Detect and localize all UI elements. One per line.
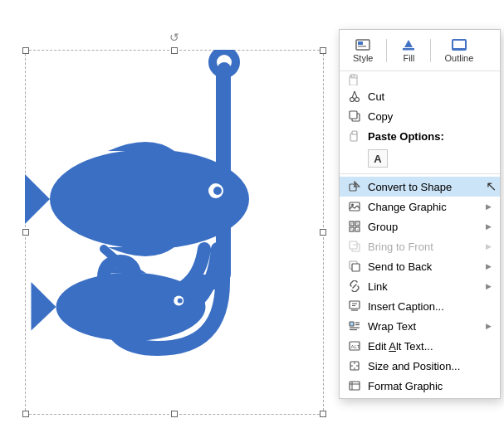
size-position-label: Size and Position... <box>368 360 492 372</box>
bring-to-front-item[interactable]: Bring to Front ▶ <box>340 236 500 256</box>
fish-graphic <box>25 50 324 415</box>
svg-point-4 <box>50 149 249 249</box>
wrap-text-arrow: ▶ <box>486 322 492 330</box>
change-graphic-arrow: ▶ <box>486 202 492 211</box>
send-to-back-icon <box>346 260 363 273</box>
fill-label: Fill <box>403 53 414 63</box>
edit-alt-text-icon: ALT <box>346 339 363 353</box>
svg-rect-36 <box>351 223 358 230</box>
bring-to-front-arrow: ▶ <box>486 242 492 251</box>
group-arrow: ▶ <box>486 222 492 231</box>
convert-to-shape-item[interactable]: Convert to Shape ↖ <box>340 177 500 197</box>
svg-point-31 <box>351 204 354 207</box>
paste-special-item[interactable]: A <box>340 146 500 171</box>
link-icon <box>346 280 363 293</box>
wrap-text-item[interactable]: Wrap Text ▶ <box>340 316 500 336</box>
svg-rect-46 <box>350 322 354 326</box>
wrap-text-label: Wrap Text <box>368 320 482 333</box>
change-graphic-label: Change Graphic <box>368 201 482 213</box>
cut-label: Cut <box>368 90 492 103</box>
group-label: Group <box>368 221 482 233</box>
send-to-back-item[interactable]: Send to Back ▶ <box>340 256 500 276</box>
context-menu: Style Fill Outline <box>339 29 501 399</box>
svg-rect-58 <box>350 382 360 390</box>
fill-icon <box>400 38 417 51</box>
edit-alt-text-item[interactable]: ALT Edit Alt Text... <box>340 336 500 356</box>
separator-1 <box>340 173 500 174</box>
paste-options-item[interactable]: Paste Options: <box>340 126 500 146</box>
fill-button[interactable]: Fill <box>394 36 423 66</box>
size-position-icon <box>346 359 363 372</box>
svg-point-21 <box>355 98 360 102</box>
paste-options-icon <box>346 129 363 143</box>
cut-item[interactable]: Cut <box>340 86 500 106</box>
svg-point-20 <box>350 98 355 102</box>
outline-icon <box>451 38 467 51</box>
svg-line-22 <box>352 91 355 98</box>
paste-options-label: Paste Options: <box>368 130 492 143</box>
svg-rect-25 <box>350 111 357 119</box>
paste-small-icon <box>346 73 363 86</box>
svg-text:ALT: ALT <box>351 344 360 349</box>
style-icon <box>355 38 371 51</box>
copy-item[interactable]: Copy <box>340 106 500 126</box>
group-item[interactable]: Group ▶ <box>340 216 500 236</box>
change-graphic-item[interactable]: Change Graphic ▶ <box>340 197 500 216</box>
link-label: Link <box>368 280 482 293</box>
bring-to-front-icon <box>346 240 363 253</box>
cut-icon <box>346 90 363 103</box>
style-label: Style <box>353 53 373 63</box>
svg-rect-27 <box>352 131 357 134</box>
change-graphic-icon <box>346 200 363 213</box>
svg-rect-42 <box>350 301 360 309</box>
menu-toolbar: Style Fill Outline <box>340 32 500 71</box>
link-item[interactable]: Link ▶ <box>340 276 500 296</box>
edit-alt-text-label: Edit Alt Text... <box>368 340 492 353</box>
send-to-back-arrow: ▶ <box>486 262 492 270</box>
style-button[interactable]: Style <box>346 36 379 66</box>
insert-caption-icon <box>346 299 363 313</box>
insert-caption-label: Insert Caption... <box>368 300 492 313</box>
svg-rect-11 <box>358 41 363 45</box>
svg-rect-12 <box>358 46 366 47</box>
link-arrow: ▶ <box>486 282 492 290</box>
bring-to-front-label: Bring to Front <box>368 241 482 253</box>
format-graphic-label: Format Graphic <box>368 380 492 392</box>
svg-rect-16 <box>453 48 465 50</box>
svg-rect-13 <box>403 48 414 51</box>
outline-button[interactable]: Outline <box>438 36 480 66</box>
svg-point-7 <box>56 273 206 342</box>
copy-icon <box>346 109 363 123</box>
outline-label: Outline <box>444 53 473 63</box>
svg-point-6 <box>213 187 222 195</box>
convert-icon <box>346 180 363 193</box>
send-to-back-label: Send to Back <box>368 260 482 273</box>
wrap-text-icon <box>346 319 363 333</box>
svg-line-23 <box>355 91 357 98</box>
copy-label: Copy <box>368 110 492 123</box>
format-graphic-item[interactable]: Format Graphic <box>340 376 500 396</box>
insert-caption-item[interactable]: Insert Caption... <box>340 296 500 316</box>
size-position-item[interactable]: Size and Position... <box>340 356 500 376</box>
convert-to-shape-label: Convert to Shape <box>368 181 492 193</box>
cursor-hint: ↖ <box>486 178 497 194</box>
group-icon <box>346 220 363 233</box>
paste-special-icon: A <box>368 149 388 168</box>
rotate-handle[interactable]: ↺ <box>168 31 181 44</box>
svg-rect-41 <box>352 264 360 271</box>
format-graphic-icon <box>346 379 363 392</box>
svg-point-9 <box>178 299 183 304</box>
